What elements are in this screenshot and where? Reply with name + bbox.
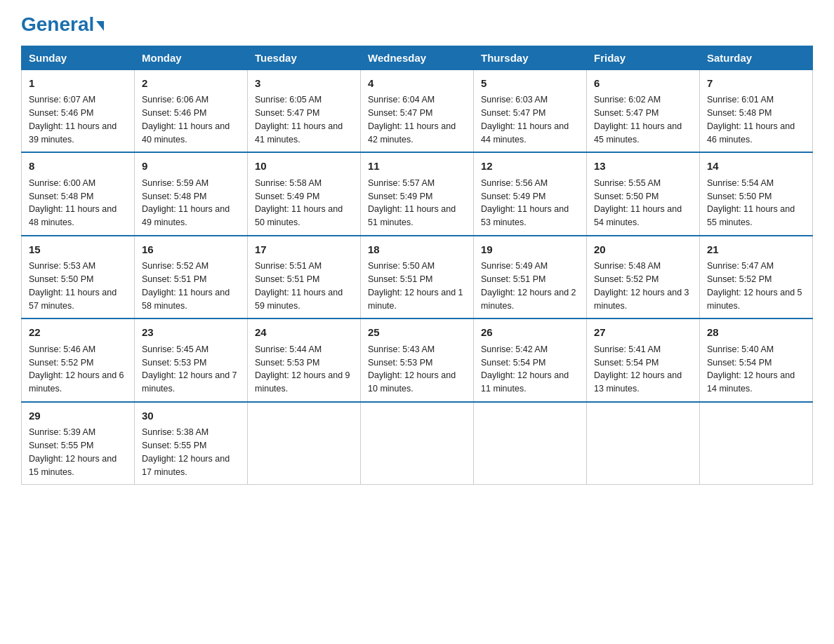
calendar-cell: 14Sunrise: 5:54 AMSunset: 5:50 PMDayligh… (700, 152, 813, 236)
sunrise-text: Sunrise: 5:39 AM (29, 427, 95, 437)
sunrise-text: Sunrise: 6:02 AM (594, 95, 661, 105)
sunset-text: Sunset: 5:50 PM (594, 192, 658, 201)
calendar-cell: 29Sunrise: 5:39 AMSunset: 5:55 PMDayligh… (22, 402, 135, 485)
logo: General (21, 14, 104, 33)
sunrise-text: Sunrise: 6:06 AM (142, 95, 208, 105)
daylight-text: Daylight: 11 hours and 54 minutes. (594, 204, 682, 227)
daylight-text: Daylight: 12 hours and 17 minutes. (142, 454, 230, 477)
sunrise-text: Sunrise: 5:59 AM (142, 178, 208, 188)
daylight-text: Daylight: 11 hours and 50 minutes. (255, 204, 343, 227)
sunset-text: Sunset: 5:53 PM (368, 358, 432, 368)
daylight-text: Daylight: 11 hours and 46 minutes. (707, 121, 795, 145)
sunset-text: Sunset: 5:51 PM (481, 274, 545, 284)
sunset-text: Sunset: 5:54 PM (594, 358, 658, 368)
calendar-cell: 4Sunrise: 6:04 AMSunset: 5:47 PMDaylight… (361, 69, 474, 152)
calendar-cell (361, 402, 474, 485)
calendar-cell: 15Sunrise: 5:53 AMSunset: 5:50 PMDayligh… (22, 236, 135, 319)
day-number: 21 (707, 242, 805, 258)
sunset-text: Sunset: 5:47 PM (481, 108, 545, 118)
day-number: 28 (707, 325, 805, 341)
sunrise-text: Sunrise: 5:56 AM (481, 178, 548, 188)
sunrise-text: Sunrise: 5:49 AM (481, 261, 548, 271)
sunset-text: Sunset: 5:49 PM (481, 192, 545, 201)
header-friday: Friday (587, 46, 700, 69)
calendar-cell: 9Sunrise: 5:59 AMSunset: 5:48 PMDaylight… (135, 152, 248, 236)
header-wednesday: Wednesday (361, 46, 474, 69)
sunrise-text: Sunrise: 5:55 AM (594, 178, 661, 188)
sunset-text: Sunset: 5:49 PM (368, 192, 432, 201)
sunset-text: Sunset: 5:50 PM (29, 274, 93, 284)
daylight-text: Daylight: 12 hours and 5 minutes. (707, 288, 802, 311)
sunrise-text: Sunrise: 5:47 AM (707, 261, 774, 271)
day-number: 19 (481, 242, 579, 258)
daylight-text: Daylight: 12 hours and 1 minute. (368, 288, 463, 311)
sunset-text: Sunset: 5:46 PM (142, 108, 206, 118)
sunset-text: Sunset: 5:51 PM (368, 274, 432, 284)
daylight-text: Daylight: 12 hours and 10 minutes. (368, 370, 456, 394)
sunset-text: Sunset: 5:52 PM (707, 274, 772, 284)
calendar-week-row: 29Sunrise: 5:39 AMSunset: 5:55 PMDayligh… (22, 402, 813, 485)
calendar-cell: 6Sunrise: 6:02 AMSunset: 5:47 PMDaylight… (587, 69, 700, 152)
sunset-text: Sunset: 5:51 PM (142, 274, 206, 284)
sunrise-text: Sunrise: 6:04 AM (368, 95, 435, 105)
calendar-week-row: 15Sunrise: 5:53 AMSunset: 5:50 PMDayligh… (22, 236, 813, 319)
calendar-cell: 23Sunrise: 5:45 AMSunset: 5:53 PMDayligh… (135, 318, 248, 402)
calendar-cell (248, 402, 361, 485)
sunrise-text: Sunrise: 6:03 AM (481, 95, 548, 105)
sunrise-text: Sunrise: 6:01 AM (707, 95, 774, 105)
daylight-text: Daylight: 11 hours and 41 minutes. (255, 121, 343, 145)
sunset-text: Sunset: 5:55 PM (142, 441, 206, 450)
day-number: 30 (142, 408, 240, 424)
daylight-text: Daylight: 12 hours and 11 minutes. (481, 370, 569, 394)
daylight-text: Daylight: 12 hours and 6 minutes. (29, 370, 124, 394)
sunrise-text: Sunrise: 6:07 AM (29, 95, 95, 105)
day-number: 10 (255, 159, 353, 175)
calendar-week-row: 22Sunrise: 5:46 AMSunset: 5:52 PMDayligh… (22, 318, 813, 402)
calendar-cell: 7Sunrise: 6:01 AMSunset: 5:48 PMDaylight… (700, 69, 813, 152)
header-thursday: Thursday (474, 46, 587, 69)
sunrise-text: Sunrise: 6:00 AM (29, 178, 95, 188)
daylight-text: Daylight: 11 hours and 58 minutes. (142, 288, 230, 311)
day-number: 6 (594, 76, 692, 92)
day-number: 25 (368, 325, 466, 341)
daylight-text: Daylight: 11 hours and 45 minutes. (594, 121, 682, 145)
page-header: General (21, 14, 813, 33)
sunset-text: Sunset: 5:50 PM (707, 192, 772, 201)
sunrise-text: Sunrise: 5:58 AM (255, 178, 322, 188)
calendar-cell: 10Sunrise: 5:58 AMSunset: 5:49 PMDayligh… (248, 152, 361, 236)
calendar-cell: 11Sunrise: 5:57 AMSunset: 5:49 PMDayligh… (361, 152, 474, 236)
calendar-cell: 20Sunrise: 5:48 AMSunset: 5:52 PMDayligh… (587, 236, 700, 319)
sunset-text: Sunset: 5:49 PM (255, 192, 319, 201)
day-number: 29 (29, 408, 127, 424)
sunrise-text: Sunrise: 6:05 AM (255, 95, 322, 105)
daylight-text: Daylight: 11 hours and 49 minutes. (142, 204, 230, 227)
logo-arrow-icon (96, 21, 104, 31)
sunrise-text: Sunrise: 5:46 AM (29, 344, 95, 354)
daylight-text: Daylight: 11 hours and 40 minutes. (142, 121, 230, 145)
daylight-text: Daylight: 11 hours and 44 minutes. (481, 121, 569, 145)
calendar-cell: 28Sunrise: 5:40 AMSunset: 5:54 PMDayligh… (700, 318, 813, 402)
sunrise-text: Sunrise: 5:45 AM (142, 344, 208, 354)
sunrise-text: Sunrise: 5:44 AM (255, 344, 322, 354)
sunset-text: Sunset: 5:46 PM (29, 108, 93, 118)
daylight-text: Daylight: 12 hours and 15 minutes. (29, 454, 117, 477)
calendar-cell: 12Sunrise: 5:56 AMSunset: 5:49 PMDayligh… (474, 152, 587, 236)
calendar-cell: 8Sunrise: 6:00 AMSunset: 5:48 PMDaylight… (22, 152, 135, 236)
calendar-cell (700, 402, 813, 485)
calendar-cell: 22Sunrise: 5:46 AMSunset: 5:52 PMDayligh… (22, 318, 135, 402)
calendar-cell: 21Sunrise: 5:47 AMSunset: 5:52 PMDayligh… (700, 236, 813, 319)
day-number: 12 (481, 159, 579, 175)
day-number: 15 (29, 242, 127, 258)
calendar-cell: 19Sunrise: 5:49 AMSunset: 5:51 PMDayligh… (474, 236, 587, 319)
day-number: 11 (368, 159, 466, 175)
day-number: 2 (142, 76, 240, 92)
daylight-text: Daylight: 11 hours and 55 minutes. (707, 204, 795, 227)
header-saturday: Saturday (700, 46, 813, 69)
calendar-table: SundayMondayTuesdayWednesdayThursdayFrid… (21, 46, 813, 485)
sunrise-text: Sunrise: 5:52 AM (142, 261, 208, 271)
day-number: 13 (594, 159, 692, 175)
sunset-text: Sunset: 5:53 PM (255, 358, 319, 368)
sunset-text: Sunset: 5:53 PM (142, 358, 206, 368)
day-number: 16 (142, 242, 240, 258)
day-number: 23 (142, 325, 240, 341)
